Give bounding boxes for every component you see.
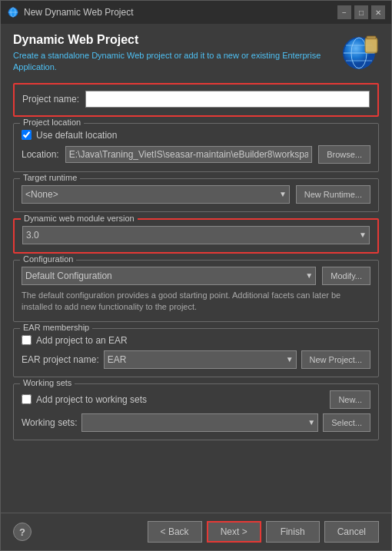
title-bar: New Dynamic Web Project − □ ✕ bbox=[1, 1, 391, 24]
project-name-section: Project name: bbox=[13, 83, 379, 117]
svg-rect-10 bbox=[367, 36, 376, 39]
configuration-select[interactable]: Default Configuration bbox=[22, 267, 316, 285]
main-window: New Dynamic Web Project − □ ✕ Dynamic We… bbox=[0, 0, 392, 551]
ear-membership-section: EAR membership Add project to an EAR EAR… bbox=[13, 328, 379, 377]
location-label: Location: bbox=[22, 149, 59, 160]
dynamic-web-module-legend: Dynamic web module version bbox=[21, 214, 138, 223]
svg-rect-11 bbox=[366, 39, 377, 51]
select-working-sets-button[interactable]: Select... bbox=[323, 413, 370, 432]
working-sets-wrapper: ▼ bbox=[81, 413, 318, 432]
add-to-working-sets-row: Add project to working sets New... bbox=[22, 390, 370, 409]
dynamic-web-module-row: 3.0 2.5 2.4 2.3 ▼ bbox=[22, 226, 370, 244]
configuration-description: The default configuration provides a goo… bbox=[22, 290, 370, 314]
modify-button[interactable]: Modify... bbox=[322, 267, 370, 285]
finish-button[interactable]: Finish bbox=[266, 521, 320, 543]
dynamic-web-module-wrapper: 3.0 2.5 2.4 2.3 ▼ bbox=[22, 226, 370, 244]
ear-project-select[interactable]: EAR bbox=[104, 350, 297, 369]
page-header: Dynamic Web Project Create a standalone … bbox=[13, 33, 379, 74]
footer-buttons: < Back Next > Finish Cancel bbox=[32, 521, 379, 543]
dynamic-web-module-section: Dynamic web module version 3.0 2.5 2.4 2… bbox=[13, 218, 379, 254]
back-button[interactable]: < Back bbox=[148, 521, 202, 543]
page-subtitle: Create a standalone Dynamic Web project … bbox=[13, 50, 330, 74]
new-project-button[interactable]: New Project... bbox=[301, 350, 370, 369]
window-icon bbox=[7, 6, 19, 18]
configuration-row: Default Configuration ▼ Modify... bbox=[22, 267, 370, 285]
configuration-section: Configuration Default Configuration ▼ Mo… bbox=[13, 260, 379, 322]
ear-project-label: EAR project name: bbox=[22, 354, 99, 365]
new-working-set-button[interactable]: New... bbox=[330, 390, 370, 409]
add-to-ear-row: Add project to an EAR bbox=[22, 335, 370, 346]
dynamic-web-module-select[interactable]: 3.0 2.5 2.4 2.3 bbox=[22, 226, 370, 244]
working-sets-section: Working sets Add project to working sets… bbox=[13, 383, 379, 440]
target-runtime-wrapper: <None> ▼ bbox=[22, 185, 290, 204]
use-default-label[interactable]: Use default location bbox=[36, 130, 117, 141]
browse-button[interactable]: Browse... bbox=[318, 145, 370, 164]
working-sets-legend: Working sets bbox=[20, 378, 75, 387]
add-to-working-sets-checkbox[interactable] bbox=[22, 394, 32, 404]
add-to-ear-checkbox[interactable] bbox=[22, 335, 32, 345]
page-title: Dynamic Web Project bbox=[13, 33, 330, 47]
location-input[interactable] bbox=[65, 146, 312, 163]
next-button[interactable]: Next > bbox=[207, 521, 261, 543]
project-name-row: Project name: bbox=[22, 91, 370, 108]
maximize-button[interactable]: □ bbox=[354, 5, 368, 19]
close-button[interactable]: ✕ bbox=[371, 5, 385, 19]
use-default-checkbox[interactable] bbox=[22, 130, 32, 140]
ear-membership-legend: EAR membership bbox=[20, 323, 92, 332]
cancel-button[interactable]: Cancel bbox=[324, 521, 379, 543]
ear-project-row: EAR project name: EAR ▼ New Project... bbox=[22, 350, 370, 369]
working-sets-row: Working sets: ▼ Select... bbox=[22, 413, 370, 432]
location-row: Location: Browse... bbox=[22, 145, 370, 164]
new-runtime-button[interactable]: New Runtime... bbox=[296, 185, 370, 204]
ear-project-wrapper: EAR ▼ bbox=[104, 350, 297, 369]
content-area: Dynamic Web Project Create a standalone … bbox=[1, 24, 391, 513]
target-runtime-select[interactable]: <None> bbox=[22, 185, 290, 204]
project-name-label: Project name: bbox=[22, 94, 79, 105]
use-default-location-row: Use default location bbox=[22, 130, 370, 141]
project-location-legend: Project location bbox=[20, 118, 84, 127]
add-to-working-sets-label[interactable]: Add project to working sets bbox=[36, 394, 147, 405]
page-header-text: Dynamic Web Project Create a standalone … bbox=[13, 33, 330, 74]
configuration-wrapper: Default Configuration ▼ bbox=[22, 267, 316, 285]
project-location-section: Project location Use default location Lo… bbox=[13, 123, 379, 172]
help-button[interactable]: ? bbox=[13, 523, 32, 541]
working-sets-label: Working sets: bbox=[22, 417, 77, 428]
configuration-legend: Configuration bbox=[20, 254, 76, 264]
globe-icon bbox=[339, 33, 379, 73]
footer: ? < Back Next > Finish Cancel bbox=[1, 513, 391, 550]
target-runtime-section: Target runtime <None> ▼ New Runtime... bbox=[13, 178, 379, 212]
target-runtime-row: <None> ▼ New Runtime... bbox=[22, 185, 370, 204]
minimize-button[interactable]: − bbox=[337, 5, 351, 19]
add-to-ear-label[interactable]: Add project to an EAR bbox=[36, 335, 128, 346]
working-sets-select[interactable] bbox=[81, 413, 318, 432]
window-title: New Dynamic Web Project bbox=[24, 7, 333, 18]
window-controls: − □ ✕ bbox=[337, 5, 385, 19]
target-runtime-legend: Target runtime bbox=[20, 173, 80, 182]
project-name-input[interactable] bbox=[85, 91, 370, 108]
